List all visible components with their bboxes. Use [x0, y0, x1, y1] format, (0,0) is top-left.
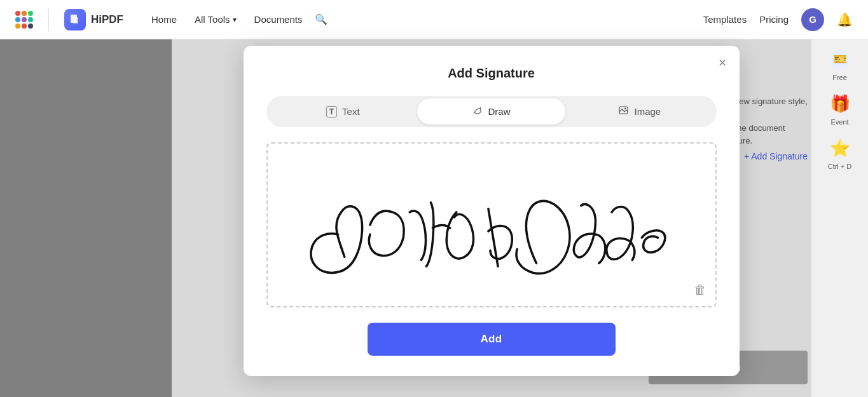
sidebar-item-event[interactable]: 🎁 Event: [828, 91, 852, 126]
image-tab-icon: [618, 105, 629, 118]
draw-tab-icon: [472, 105, 483, 118]
tab-text[interactable]: T Text: [269, 98, 417, 124]
add-button[interactable]: Add: [368, 323, 616, 356]
hipdf-brand[interactable]: HiPDF: [64, 9, 123, 30]
free-label: Free: [832, 74, 847, 81]
nav-home[interactable]: Home: [144, 9, 184, 30]
image-tab-label: Image: [634, 106, 661, 117]
logo-area: HiPDF: [15, 8, 123, 31]
free-icon: 🎫: [828, 47, 852, 71]
nav-documents[interactable]: Documents: [247, 9, 310, 30]
modal-close-button[interactable]: ×: [719, 56, 727, 70]
add-signature-modal: × Add Signature T Text Draw: [244, 46, 740, 376]
tab-image[interactable]: Image: [565, 98, 713, 124]
signature-tab-bar: T Text Draw: [266, 96, 717, 127]
modal-overlay: × Add Signature T Text Draw: [172, 39, 811, 397]
ws-dots-icon: [15, 11, 33, 29]
search-icon[interactable]: 🔍: [315, 13, 327, 25]
event-label: Event: [830, 118, 848, 126]
header-right: Templates Pricing G 🔔: [703, 8, 853, 31]
draw-tab-label: Draw: [488, 106, 510, 117]
signature-canvas[interactable]: 🗑: [266, 142, 717, 307]
main-nav: Home All Tools ▾ Documents 🔍: [144, 9, 327, 30]
nav-all-tools[interactable]: All Tools ▾: [187, 9, 244, 30]
event-icon: 🎁: [828, 91, 852, 116]
dot5: [22, 17, 27, 22]
templates-link[interactable]: Templates: [703, 14, 747, 25]
dot6: [28, 17, 33, 22]
hipdf-icon: [64, 9, 86, 30]
dot7: [15, 24, 20, 29]
dot9: [28, 24, 33, 29]
trash-icon[interactable]: 🗑: [694, 283, 706, 297]
header: HiPDF Home All Tools ▾ Documents 🔍 Templ…: [0, 0, 868, 39]
tab-draw[interactable]: Draw: [417, 98, 565, 124]
header-divider: [48, 8, 49, 31]
svg-point-5: [624, 108, 626, 109]
text-tab-icon: T: [326, 106, 337, 118]
signature-drawing: [268, 144, 715, 306]
dot4: [15, 17, 20, 22]
dot1: [15, 11, 20, 16]
hipdf-label: HiPDF: [91, 13, 123, 26]
sidebar-item-free[interactable]: 🎫 Free: [828, 47, 852, 81]
dot3: [28, 11, 33, 16]
star-icon: ⭐: [828, 136, 852, 160]
ctrl-d-label: Ctrl + D: [828, 163, 852, 170]
sidebar-item-ctrl-d[interactable]: ⭐ Ctrl + D: [828, 136, 852, 170]
chevron-down-icon: ▾: [233, 15, 237, 24]
pricing-link[interactable]: Pricing: [759, 14, 789, 25]
bell-icon[interactable]: 🔔: [837, 12, 853, 27]
text-tab-label: Text: [342, 106, 360, 117]
modal-title: Add Signature: [266, 66, 717, 81]
dot8: [22, 24, 27, 29]
right-sidebar: 🎫 Free 🎁 Event ⭐ Ctrl + D: [811, 39, 868, 397]
wondershare-logo[interactable]: [15, 11, 33, 29]
svg-text:🎫: 🎫: [833, 52, 848, 66]
dot2: [22, 11, 27, 16]
user-avatar[interactable]: G: [801, 8, 824, 31]
svg-rect-1: [73, 17, 78, 24]
